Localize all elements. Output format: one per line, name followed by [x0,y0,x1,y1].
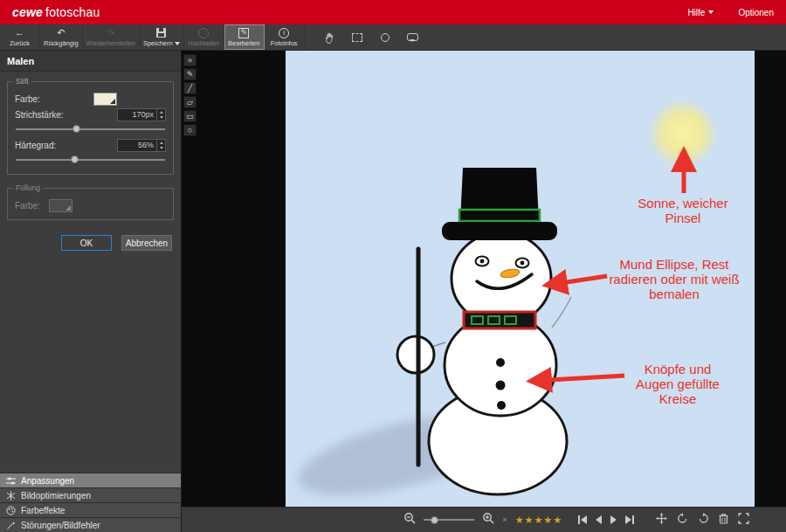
photo-action-icons [656,512,749,528]
hand-icon [324,31,334,44]
titlebar-menu: Hilfe Optionen [687,8,774,17]
category-farbeffekte[interactable]: Farbeffekte [0,502,181,517]
eraser-tool-button[interactable]: ▱ [183,96,196,108]
last-photo-button[interactable] [625,515,634,524]
help-label: Hilfe [687,8,705,17]
app-window: cewefotoschau Hilfe Optionen ← Zurück ↶ … [0,0,786,532]
brand-bold: cewe [12,5,43,19]
back-button[interactable]: ← Zurück [0,24,40,50]
expand-tools-button[interactable]: » [183,54,196,66]
photo-canvas[interactable]: Sonne, weicher Pinsel Mund Ellipse, Rest… [286,51,755,507]
titlebar: cewefotoschau Hilfe Optionen [0,0,786,24]
speech-bubble-button[interactable] [404,27,422,48]
fullscreen-button[interactable] [738,512,749,528]
app-logo: cewefotoschau [12,5,100,19]
hat-brim [442,222,557,240]
redo-label: Wiederherstellen [86,39,135,47]
brush-color-swatch[interactable] [93,93,117,106]
spin-up-icon [160,109,163,114]
zoom-in-button[interactable] [482,512,494,528]
edit-button[interactable]: ✎ Bearbeiten [224,24,265,50]
slider-thumb[interactable] [431,516,438,524]
clear-rating-icon[interactable]: × [502,515,507,524]
edit-icon: ✎ [238,27,250,38]
save-button[interactable]: Speichern [140,24,184,50]
undo-button[interactable]: ↶ Rückgängig [40,24,83,50]
star-icon[interactable]: ★ [515,515,524,525]
stroke-width-down-button[interactable] [157,115,165,121]
help-menu[interactable]: Hilfe [687,8,714,17]
slider-track[interactable] [16,159,165,161]
hardness-down-button[interactable] [157,146,165,152]
stroke-width-stepper[interactable]: 170px [117,108,166,121]
hardness-slider[interactable] [16,155,165,165]
canvas-viewport: » ✎ ╱ ▱ ▭ ○ [182,51,786,507]
selection-frame-icon [352,33,362,42]
redo-icon: ↷ [105,27,116,38]
rotate-right-button[interactable] [698,512,709,528]
brush-tool-button[interactable]: ✎ [183,68,196,80]
star-icon[interactable]: ★ [553,515,562,525]
previous-photo-button[interactable] [596,515,602,524]
stroke-width-slider[interactable] [16,124,165,135]
line-tool-button[interactable]: ╱ [183,82,196,94]
next-icon [610,515,617,524]
stroke-width-value[interactable]: 170px [118,109,156,121]
save-label: Speichern [143,39,173,47]
photo-info-label: Fotoinfos [271,39,298,47]
fill-color-label: Farbe: [15,201,40,211]
star-icon[interactable]: ★ [543,515,552,525]
info-icon: i [279,27,290,38]
previous-icon [596,515,602,524]
rectangle-tool-button[interactable]: ▭ [183,110,196,122]
category-label: Anpassungen [21,476,74,486]
caret-down-icon [175,42,180,48]
fullscreen-icon [738,513,749,524]
delete-photo-button[interactable] [719,512,728,528]
ellipse-tool-button[interactable]: ○ [183,124,196,136]
category-stoerungen[interactable]: Störungen/Bildfehler [0,517,181,532]
rotate-right-icon [698,513,709,524]
spin-down-icon [160,147,163,151]
redeye-button[interactable] [376,27,394,48]
category-label: Störungen/Bildfehler [21,521,100,530]
star-rating[interactable]: ★ ★ ★ ★ ★ [515,515,562,525]
slider-thumb[interactable] [72,125,80,133]
editor-right-column: » ✎ ╱ ▱ ▭ ○ [182,51,786,532]
dialog-buttons: OK Abbrechen [9,235,172,251]
star-icon[interactable]: ★ [525,515,534,525]
skip-start-icon [581,515,587,524]
next-photo-button[interactable] [610,515,617,524]
arrow-to-mouth [549,276,607,285]
rotate-left-button[interactable] [677,512,688,528]
panel-spacer [0,251,181,473]
spin-up-icon [160,140,163,144]
upload-label: Hochladen [188,39,219,47]
zoom-slider[interactable] [424,515,474,525]
photo-info-button[interactable]: i Fotoinfos [265,24,305,50]
first-photo-button[interactable] [578,515,587,524]
zoom-out-button[interactable] [403,512,416,528]
options-menu[interactable]: Optionen [738,8,774,17]
adjustments-icon [6,476,16,486]
spin-down-icon [160,116,163,121]
category-bildoptimierungen[interactable]: Bildoptimierungen [0,487,181,502]
sparkle-wand-icon [6,521,16,530]
cancel-button[interactable]: Abbrechen [121,235,172,251]
move-arrows-icon [656,513,667,524]
selection-button[interactable] [348,27,366,48]
category-anpassungen[interactable]: Anpassungen [0,473,181,487]
pan-hand-button[interactable] [321,27,338,48]
star-icon[interactable]: ★ [534,515,542,525]
undo-label: Rückgängig [44,39,79,47]
hardness-stepper[interactable]: 56% [117,139,166,152]
fit-to-window-button[interactable] [656,512,667,528]
hardness-value[interactable]: 56% [118,140,156,151]
pen-group: Stift Farbe: Strichstärke: 170px [7,81,174,175]
undo-icon: ↶ [55,27,66,38]
slider-thumb[interactable] [71,155,79,163]
speech-bubble-icon [407,33,418,41]
ok-button[interactable]: OK [61,235,112,251]
drawing-toolstrip: » ✎ ╱ ▱ ▭ ○ [183,54,196,136]
slider-track[interactable] [16,128,165,130]
